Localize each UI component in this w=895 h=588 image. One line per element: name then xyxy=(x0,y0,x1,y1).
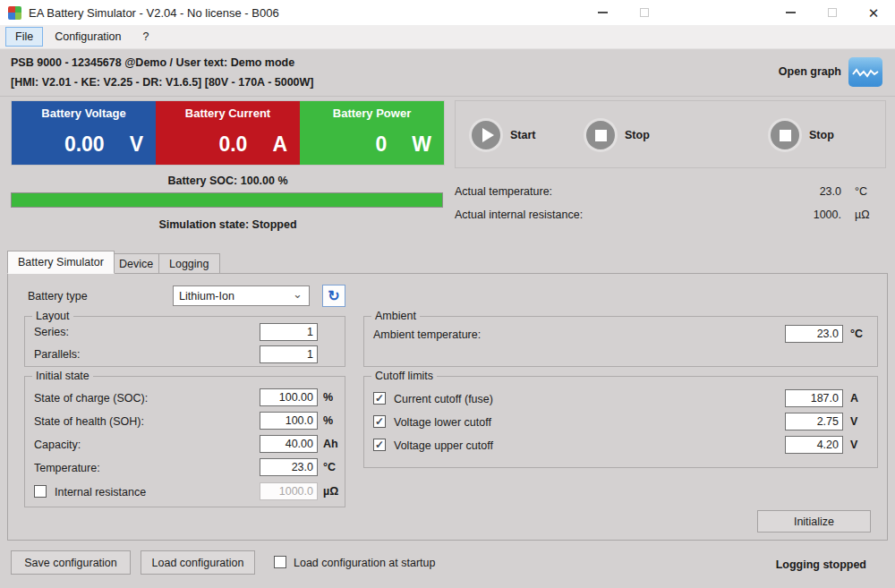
battery-type-value: Lithium-Ion xyxy=(179,290,234,303)
minimize-icon xyxy=(598,12,608,13)
menu-bar: File Configuration ? xyxy=(0,25,895,49)
start-button[interactable]: Start xyxy=(472,121,535,149)
tab-battery-simulator[interactable]: Battery Simulator xyxy=(7,251,115,274)
menu-file[interactable]: File xyxy=(5,27,43,47)
tab-logging[interactable]: Logging xyxy=(158,253,220,274)
series-label: Series: xyxy=(34,326,69,338)
cutoff-limits-group: Cutoff limits ✓ Current cutoff (fuse) 18… xyxy=(363,376,878,468)
actual-resistance-unit: µΩ xyxy=(855,209,870,221)
series-input[interactable]: 1 xyxy=(260,323,318,341)
temperature-label: Temperature: xyxy=(34,462,100,474)
minimize-icon xyxy=(786,12,796,13)
minimize-button[interactable] xyxy=(777,0,804,25)
ambient-temperature-unit: °C xyxy=(850,328,863,340)
stop1-label: Stop xyxy=(625,129,650,141)
stop-icon xyxy=(771,121,799,149)
open-graph-label: Open graph xyxy=(779,65,841,78)
load-at-startup-checkbox[interactable] xyxy=(274,556,286,568)
actual-resistance-label: Actual internal resistance: xyxy=(455,209,583,221)
current-cutoff-input[interactable]: 187.0 xyxy=(785,389,843,407)
refresh-button[interactable]: ↻ xyxy=(322,285,345,307)
battery-current-value: 0.0 xyxy=(218,132,247,157)
logging-status: Logging stopped xyxy=(776,558,866,571)
capacity-unit: Ah xyxy=(323,438,338,450)
initialize-button[interactable]: Initialize xyxy=(757,510,871,533)
device-info-line1: PSB 9000 - 12345678 @Demo / User text: D… xyxy=(11,56,294,69)
initial-state-group-title: Initial state xyxy=(32,370,93,382)
battery-voltage-unit: V xyxy=(130,132,143,157)
load-at-startup-label: Load configuration at startup xyxy=(294,557,435,569)
actual-temperature-label: Actual temperature: xyxy=(455,185,552,198)
current-cutoff-checkbox[interactable]: ✓ xyxy=(373,392,386,405)
voltage-lower-cutoff-label: Voltage lower cutoff xyxy=(394,416,491,429)
chevron-down-icon: ⌄ xyxy=(293,287,303,301)
window-title: EA Battery Simulator - V2.04 - No licens… xyxy=(29,6,279,20)
simulation-state-label: Simulation state: Stopped xyxy=(11,218,445,231)
voltage-lower-cutoff-unit: V xyxy=(850,415,857,428)
layout-group: Layout Series: 1 Parallels: 1 xyxy=(24,316,345,367)
battery-voltage-value: 0.00 xyxy=(64,132,105,157)
layout-group-title: Layout xyxy=(32,310,73,322)
maximize-button[interactable] xyxy=(819,0,846,25)
graph-icon[interactable] xyxy=(848,57,882,87)
temperature-unit: °C xyxy=(323,461,336,473)
temperature-input[interactable]: 23.0 xyxy=(260,458,318,476)
battery-power-title: Battery Power xyxy=(300,107,444,120)
start-label: Start xyxy=(510,129,535,141)
stop2-label: Stop xyxy=(809,129,834,141)
internal-resistance-label: Internal resistance xyxy=(55,486,146,499)
internal-resistance-checkbox[interactable] xyxy=(34,485,47,498)
cutoff-limits-group-title: Cutoff limits xyxy=(371,370,437,382)
capacity-label: Capacity: xyxy=(34,439,81,451)
current-cutoff-label: Current cutoff (fuse) xyxy=(394,393,493,405)
battery-type-select[interactable]: Lithium-Ion ⌄ xyxy=(173,285,310,306)
refresh-icon: ↻ xyxy=(328,287,339,304)
voltage-upper-cutoff-input[interactable]: 4.20 xyxy=(785,436,843,454)
soh-label: State of health (SOH): xyxy=(34,415,144,428)
battery-type-label: Battery type xyxy=(28,290,88,303)
battery-soc-label: Battery SOC: 100.00 % xyxy=(11,175,445,187)
device-info-line2: [HMI: V2.01 - KE: V2.25 - DR: V1.6.5] [8… xyxy=(11,76,314,89)
menu-configuration[interactable]: Configuration xyxy=(45,27,131,47)
minimize-button-inner[interactable] xyxy=(589,0,616,25)
app-icon xyxy=(8,6,21,20)
ambient-temperature-input[interactable]: 23.0 xyxy=(785,325,843,343)
voltage-lower-cutoff-checkbox[interactable]: ✓ xyxy=(373,415,386,428)
stop-button-1[interactable]: Stop xyxy=(586,121,650,149)
maximize-icon xyxy=(640,8,649,17)
battery-simulator-tabpage: Battery type Lithium-Ion ⌄ ↻ Layout Seri… xyxy=(7,273,888,541)
menu-help[interactable]: ? xyxy=(133,27,159,47)
soh-input[interactable]: 100.0 xyxy=(260,412,318,430)
stop-button-2[interactable]: Stop xyxy=(771,121,834,149)
stop-icon xyxy=(586,121,615,149)
actual-resistance-value: 1000. xyxy=(765,209,841,221)
load-configuration-button[interactable]: Load configuration xyxy=(141,550,255,575)
voltage-lower-cutoff-input[interactable]: 2.75 xyxy=(785,413,843,430)
parallels-input[interactable]: 1 xyxy=(260,345,318,363)
app-window: EA Battery Simulator - V2.04 - No licens… xyxy=(0,0,895,588)
actual-temperature-value: 23.0 xyxy=(765,185,841,198)
save-configuration-button[interactable]: Save configuration xyxy=(11,550,131,575)
battery-voltage-title: Battery Voltage xyxy=(12,107,156,120)
soc-input[interactable]: 100.00 xyxy=(260,388,318,406)
battery-current-unit: A xyxy=(272,132,287,157)
close-icon: ✕ xyxy=(868,6,880,20)
ambient-group: Ambient Ambient temperature: 23.0 °C xyxy=(363,316,878,367)
battery-soc-bar xyxy=(11,192,443,208)
parallels-label: Parallels: xyxy=(34,348,80,361)
battery-voltage-meter: Battery Voltage 0.00 V xyxy=(12,101,156,165)
title-bar: EA Battery Simulator - V2.04 - No licens… xyxy=(0,0,895,25)
initial-state-group: Initial state State of charge (SOC): 100… xyxy=(24,376,345,507)
maximize-button-inner[interactable] xyxy=(631,0,658,25)
maximize-icon xyxy=(828,8,837,17)
voltage-upper-cutoff-checkbox[interactable]: ✓ xyxy=(373,439,386,451)
close-button[interactable]: ✕ xyxy=(860,0,887,25)
ambient-temperature-label: Ambient temperature: xyxy=(373,328,481,341)
current-cutoff-unit: A xyxy=(850,392,858,405)
voltage-upper-cutoff-unit: V xyxy=(850,439,857,451)
capacity-input[interactable]: 40.00 xyxy=(260,435,318,453)
soc-label: State of charge (SOC): xyxy=(34,392,148,405)
soh-unit: % xyxy=(323,414,333,427)
internal-resistance-input: 1000.0 xyxy=(260,482,318,500)
tab-device[interactable]: Device xyxy=(108,253,164,274)
